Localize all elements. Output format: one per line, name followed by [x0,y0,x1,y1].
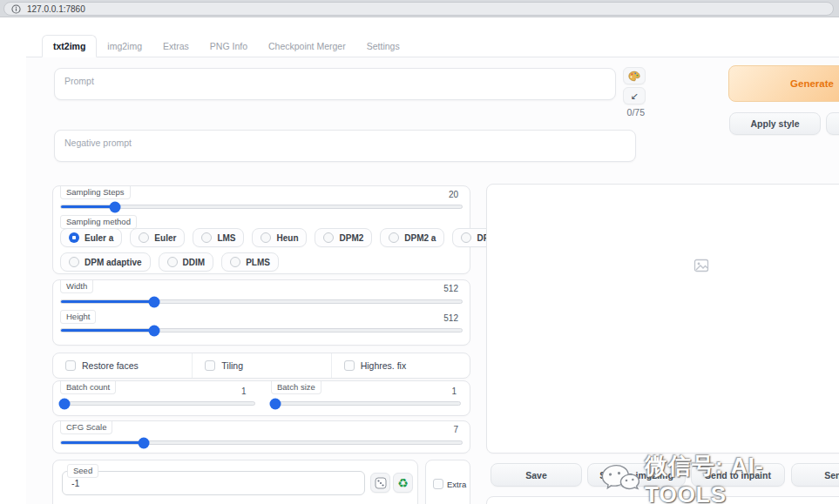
arrow-down-left-icon: ↙ [630,91,638,102]
radio-dot [260,232,271,243]
slider-thumb[interactable] [139,437,150,448]
image-placeholder-icon [694,258,709,273]
main-tabs: txt2img img2img Extras PNG Info Checkpoi… [42,35,410,57]
apply-style-button[interactable]: Apply style [729,112,821,135]
palette-icon [628,71,640,82]
slider-thumb[interactable] [110,201,121,212]
prompt-input[interactable] [54,68,616,100]
negative-prompt-input[interactable] [54,130,636,162]
radio-euler-a[interactable]: Euler a [60,228,122,247]
batch-block: Batch count 1 Batch size 1 [52,380,470,416]
output-gallery [486,184,839,454]
cfg-scale-slider[interactable] [60,440,463,445]
tiling-toggle[interactable]: Tiling [192,353,330,378]
batch-count-label: Batch count [60,381,116,394]
width-slider[interactable] [60,299,463,304]
seed-block: Seed ♻ [52,460,418,504]
batch-size-label: Batch size [271,381,321,394]
highres-fix-toggle[interactable]: Highres. fix [331,353,470,378]
sampling-steps-slider[interactable] [60,205,463,209]
send-to-img2img-button[interactable]: Send to img2img [587,463,686,487]
tab-extras[interactable]: Extras [152,36,200,57]
cfg-scale-value: 7 [453,425,458,434]
radio-dot [461,232,471,243]
radio-dot [139,232,149,243]
send-to-extras-button[interactable]: Send to [791,463,839,487]
save-button[interactable]: Save [491,463,582,487]
prompt-token-counter: 0/75 [608,107,645,118]
seed-field-wrap: Seed [62,471,365,495]
restore-faces-toggle[interactable]: Restore faces [53,353,192,378]
checkbox[interactable] [344,360,355,371]
radio-euler[interactable]: Euler [130,228,185,247]
random-seed-button[interactable] [370,473,390,493]
width-value: 512 [443,284,458,293]
recycle-icon: ♻ [397,477,409,489]
cfg-block: CFG Scale 7 [52,420,470,454]
radio-heun[interactable]: Heun [252,228,307,247]
output-info-panel [486,496,839,504]
slider-thumb[interactable] [59,398,71,409]
sampling-method-row-2: DPM adaptive DDIM PLMS [60,252,279,272]
checkbox[interactable] [65,360,76,371]
slider-thumb[interactable] [148,296,159,307]
radio-dot [167,257,178,267]
sampling-block: Sampling Steps 20 Sampling method Euler … [52,185,470,274]
checkbox[interactable] [433,479,443,489]
radio-dpm2-a[interactable]: DPM2 a [380,228,444,247]
sampling-method-row-1: Euler a Euler LMS Heun DPM2 DPM2 a DPM f… [60,228,523,247]
tab-txt2img[interactable]: txt2img [42,35,97,57]
checkbox[interactable] [205,360,215,371]
slider-thumb[interactable] [270,398,281,409]
create-style-button[interactable] [826,112,839,135]
seed-label: Seed [67,464,98,478]
height-value: 512 [443,313,458,323]
batch-size-slider[interactable] [271,401,461,406]
radio-dpm-adaptive[interactable]: DPM adaptive [60,252,151,272]
address-bar[interactable]: 127.0.0.1:7860 [3,2,834,16]
slider-thumb[interactable] [148,325,159,336]
app-window: 127.0.0.1:7860 txt2img img2img Extras PN… [0,0,839,504]
radio-dot [389,232,399,243]
tab-img2img[interactable]: img2img [97,36,152,57]
tab-png-info[interactable]: PNG Info [200,36,258,57]
cfg-scale-label: CFG Scale [60,421,112,434]
batch-count-value: 1 [241,386,247,396]
sampling-steps-value: 20 [449,190,458,199]
paste-button[interactable]: ↙ [623,87,646,104]
seed-extra-block: Extra [425,460,470,504]
style-palette-button[interactable] [623,67,646,84]
width-label: Width [60,280,93,293]
generate-button[interactable]: Generate [728,65,839,102]
toggles-block: Restore faces Tiling Highres. fix [52,353,470,379]
url-text: 127.0.0.1:7860 [27,4,85,14]
radio-dpm2[interactable]: DPM2 [315,228,372,247]
radio-dot [323,232,334,243]
tabs-underline [26,57,839,57]
height-label: Height [60,310,96,324]
radio-dot [69,232,79,243]
height-slider[interactable] [60,328,463,333]
radio-dot [201,232,212,243]
radio-dot [230,257,240,267]
sampling-steps-label: Sampling Steps [60,186,131,199]
browser-bar: 127.0.0.1:7860 [0,0,839,17]
send-to-inpaint-button[interactable]: Send to inpaint [691,463,785,487]
reuse-seed-button[interactable]: ♻ [393,473,413,493]
seed-input[interactable] [62,471,365,495]
radio-plms[interactable]: PLMS [221,252,279,272]
dimensions-block: Width 512 Height 512 [52,279,470,346]
batch-size-value: 1 [451,386,457,396]
tab-settings[interactable]: Settings [356,36,410,57]
tab-checkpoint-merger[interactable]: Checkpoint Merger [258,36,356,57]
radio-ddim[interactable]: DDIM [159,252,214,272]
seed-extra-toggle[interactable]: Extra [433,479,466,489]
sampling-method-label: Sampling method [60,215,137,229]
batch-count-slider[interactable] [60,401,255,406]
radio-dot [69,257,79,267]
dice-icon [375,477,387,489]
radio-lms[interactable]: LMS [193,228,244,247]
info-icon [11,4,21,14]
